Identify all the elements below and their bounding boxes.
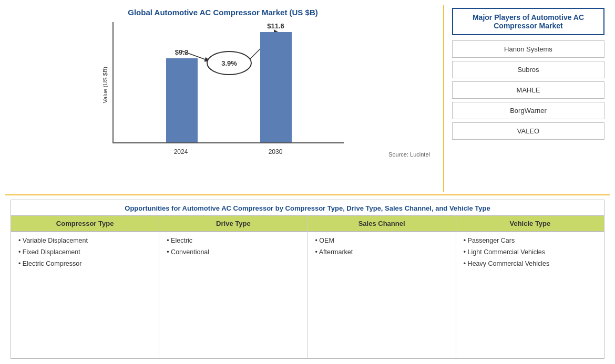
- year-label-2030: 2030: [228, 148, 323, 155]
- item-fixed-displacement: Fixed Displacement: [17, 248, 152, 256]
- player-list: Hanon Systems Subros MAHLE BorgWarner VA…: [452, 40, 604, 143]
- top-section: Global Automotive AC Compressor Market (…: [0, 0, 615, 194]
- item-passenger-cars: Passenger Cars: [463, 237, 598, 244]
- item-heavy-commercial: Heavy Commercial Vehicles: [463, 260, 598, 267]
- category-compressor-type: Compressor Type Variable Displacement Fi…: [11, 216, 159, 358]
- bar-group-2030: $11.6: [229, 22, 323, 142]
- items-vehicle-type: Passenger Cars Light Commercial Vehicles…: [456, 232, 604, 358]
- item-light-commercial: Light Commercial Vehicles: [463, 248, 598, 256]
- bar-value-2030: $11.6: [267, 22, 284, 30]
- y-axis-label: Value (US $B): [102, 67, 108, 103]
- chart-container: Value (US $B) $9.2: [102, 22, 344, 148]
- year-label-2024: 2024: [134, 148, 228, 155]
- items-compressor-type: Variable Displacement Fixed Displacement…: [11, 232, 159, 358]
- chart-inner: $9.2: [112, 22, 344, 148]
- x-axis-labels: 2024 2030: [112, 143, 344, 155]
- header-vehicle-type: Vehicle Type: [456, 216, 604, 232]
- player-item-2: Subros: [452, 61, 604, 78]
- divider-horizontal: [5, 194, 610, 195]
- item-electric-compressor: Electric Compressor: [17, 260, 152, 267]
- bar-group-2024: $9.2: [135, 48, 229, 142]
- item-aftermarket: Aftermarket: [314, 248, 449, 256]
- bar-2024: [166, 58, 198, 142]
- header-compressor-type: Compressor Type: [11, 216, 159, 232]
- bar-2030: [260, 32, 292, 142]
- player-item-3: MAHLE: [452, 81, 604, 99]
- player-item-1: Hanon Systems: [452, 40, 604, 58]
- category-vehicle-type: Vehicle Type Passenger Cars Light Commer…: [456, 216, 604, 358]
- header-sales-channel: Sales Channel: [308, 216, 456, 232]
- category-sales-channel: Sales Channel OEM Aftermarket: [308, 216, 456, 358]
- chart-area: Global Automotive AC Compressor Market (…: [11, 5, 435, 192]
- chart-title: Global Automotive AC Compressor Market (…: [128, 8, 317, 17]
- header-drive-type: Drive Type: [159, 216, 307, 232]
- player-item-4: BorgWarner: [452, 102, 604, 119]
- item-oem: OEM: [314, 237, 449, 244]
- item-electric: Electric: [166, 237, 301, 244]
- players-area: Major Players of Automotive AC Compresso…: [452, 5, 604, 192]
- player-item-5: VALEO: [452, 122, 604, 140]
- items-sales-channel: OEM Aftermarket: [308, 232, 456, 358]
- item-conventional: Conventional: [166, 248, 301, 256]
- divider-vertical: [443, 5, 444, 192]
- items-drive-type: Electric Conventional: [159, 232, 307, 358]
- category-drive-type: Drive Type Electric Conventional: [159, 216, 308, 358]
- players-title: Major Players of Automotive AC Compresso…: [452, 8, 604, 35]
- item-variable-displacement: Variable Displacement: [17, 237, 152, 244]
- bottom-section: Opportunities for Automotive AC Compress…: [11, 200, 604, 359]
- bar-value-2024: $9.2: [175, 48, 188, 56]
- categories-row: Compressor Type Variable Displacement Fi…: [11, 216, 604, 358]
- bottom-title: Opportunities for Automotive AC Compress…: [11, 200, 604, 216]
- bars-area: $9.2: [112, 22, 344, 143]
